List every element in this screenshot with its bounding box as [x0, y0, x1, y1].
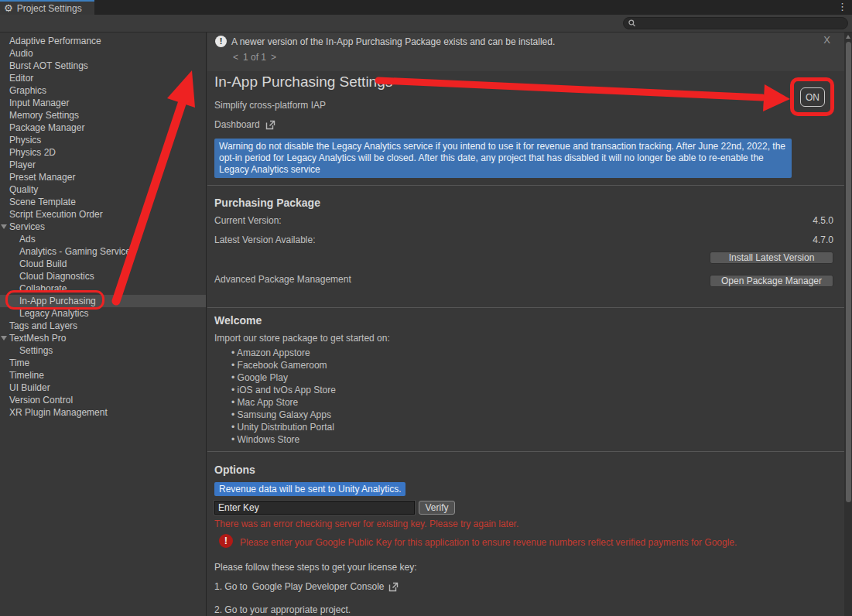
sidebar-item-tags-and-layers[interactable]: Tags and Layers: [0, 320, 206, 332]
key-error-text: There was an error checking server for e…: [214, 518, 518, 529]
google-key-warning: Please enter your Google Public Key for …: [240, 537, 836, 548]
banner-pager: < 1 of 1 >: [233, 52, 276, 63]
section-divider: [207, 307, 844, 308]
scrollbar-thumb[interactable]: [846, 42, 851, 502]
key-input[interactable]: [214, 501, 415, 515]
sidebar-item-label: XR Plugin Management: [9, 407, 108, 418]
title-bar: ⚙ Project Settings ⋮: [0, 0, 852, 15]
store-list-item: iOS and tvOs App Store: [231, 384, 336, 396]
sidebar-item-label: Adaptive Performance: [9, 36, 101, 46]
sidebar-item-adaptive-performance[interactable]: Adaptive Performance: [0, 35, 206, 47]
disclosure-triangle-icon[interactable]: [1, 224, 7, 229]
store-list-item: Unity Distribution Portal: [231, 421, 336, 433]
sidebar-item-player[interactable]: Player: [0, 159, 206, 171]
sidebar-item-time[interactable]: Time: [0, 357, 206, 369]
step-2: 2. Go to your appropriate project.: [214, 604, 351, 615]
update-banner: ! A newer version of the In-App Purchasi…: [207, 33, 844, 71]
sidebar-item-settings[interactable]: Settings: [0, 344, 206, 357]
settings-sidebar: Adaptive PerformanceAudioBurst AOT Setti…: [0, 33, 207, 616]
sidebar-item-label: TextMesh Pro: [9, 333, 66, 344]
sidebar-item-quality[interactable]: Quality: [0, 183, 206, 196]
kebab-menu-icon[interactable]: ⋮: [837, 1, 847, 12]
sidebar-item-cloud-diagnostics[interactable]: Cloud Diagnostics: [0, 270, 206, 282]
sidebar-item-in-app-purchasing[interactable]: In-App Purchasing: [0, 295, 206, 307]
external-link-icon: [388, 582, 399, 592]
sidebar-item-ui-builder[interactable]: UI Builder: [0, 382, 206, 394]
main-panel: ! A newer version of the In-App Purchasi…: [207, 33, 844, 616]
store-list-item: Mac App Store: [231, 396, 336, 409]
tab-title: Project Settings: [17, 3, 82, 14]
sidebar-item-collaborate[interactable]: Collaborate: [0, 282, 206, 295]
sidebar-item-label: Quality: [9, 184, 38, 195]
banner-message: A newer version of the In-App Purchasing…: [231, 36, 555, 47]
sidebar-item-services[interactable]: Services: [0, 221, 206, 233]
analytics-note: Revenue data will be sent to Unity Analy…: [214, 482, 405, 496]
banner-close-button[interactable]: X: [823, 34, 830, 46]
sidebar-item-script-execution-order[interactable]: Script Execution Order: [0, 208, 206, 221]
latest-version-label: Latest Version Available:: [214, 234, 316, 245]
sidebar-list: Adaptive PerformanceAudioBurst AOT Setti…: [0, 35, 206, 419]
sidebar-item-preset-manager[interactable]: Preset Manager: [0, 171, 206, 183]
search-box[interactable]: [623, 17, 848, 29]
store-list-item: Samsung Galaxy Apps: [231, 409, 336, 421]
sidebar-item-scene-template[interactable]: Scene Template: [0, 196, 206, 208]
sidebar-item-textmesh-pro[interactable]: TextMesh Pro: [0, 332, 206, 344]
sidebar-item-version-control[interactable]: Version Control: [0, 394, 206, 406]
step-1: 1. Go to Google Play Developer Console: [214, 581, 399, 592]
sidebar-item-legacy-analytics[interactable]: Legacy Analytics: [0, 307, 206, 320]
pager-next-button[interactable]: >: [271, 52, 276, 63]
sidebar-item-input-manager[interactable]: Input Manager: [0, 97, 206, 109]
tab-project-settings[interactable]: ⚙ Project Settings: [0, 0, 94, 15]
sidebar-item-label: Analytics - Gaming Services: [19, 246, 135, 257]
sidebar-item-label: Burst AOT Settings: [9, 60, 88, 71]
search-icon: [628, 19, 636, 27]
sidebar-item-physics[interactable]: Physics: [0, 134, 206, 146]
legacy-analytics-warning: Warning do not disable the Legacy Analyt…: [214, 139, 792, 178]
sidebar-item-label: Legacy Analytics: [19, 308, 88, 319]
sidebar-item-ads[interactable]: Ads: [0, 233, 206, 245]
pager-prev-button[interactable]: <: [233, 52, 238, 63]
welcome-heading: Welcome: [214, 314, 262, 327]
toolbar: [0, 15, 852, 33]
store-list-item: Google Play: [231, 371, 336, 384]
sidebar-item-audio[interactable]: Audio: [0, 47, 206, 60]
options-heading: Options: [214, 464, 255, 476]
sidebar-item-analytics-gaming-services[interactable]: Analytics - Gaming Services: [0, 245, 206, 258]
iap-on-toggle-button[interactable]: ON: [800, 87, 825, 107]
advanced-package-management-label: Advanced Package Management: [214, 274, 351, 285]
google-play-console-link[interactable]: Google Play Developer Console: [252, 581, 385, 592]
error-icon: !: [219, 534, 233, 548]
scroll-up-arrow-icon[interactable]: [846, 35, 850, 39]
search-input[interactable]: [639, 19, 843, 28]
iap-subtitle: Simplify cross-platform IAP: [214, 100, 326, 111]
sidebar-item-memory-settings[interactable]: Memory Settings: [0, 109, 206, 121]
verify-button[interactable]: Verify: [419, 501, 455, 515]
current-version-label: Current Version:: [214, 215, 282, 226]
store-list: Amazon AppstoreFacebook GameroomGoogle P…: [231, 347, 336, 446]
project-settings-window: ⚙ Project Settings ⋮ Adaptive Performanc…: [0, 0, 852, 616]
sidebar-item-label: Physics: [9, 135, 41, 145]
sidebar-item-label: Ads: [19, 234, 36, 245]
install-latest-version-button[interactable]: Install Latest Version: [710, 252, 833, 264]
sidebar-item-package-manager[interactable]: Package Manager: [0, 121, 206, 134]
open-package-manager-button[interactable]: Open Package Manager: [710, 275, 833, 287]
dashboard-link[interactable]: Dashboard: [214, 119, 275, 130]
sidebar-item-editor[interactable]: Editor: [0, 72, 206, 84]
sidebar-item-label: Memory Settings: [9, 110, 79, 121]
external-link-icon: [265, 120, 275, 130]
sidebar-item-graphics[interactable]: Graphics: [0, 84, 206, 97]
sidebar-item-physics-2d[interactable]: Physics 2D: [0, 146, 206, 159]
sidebar-item-timeline[interactable]: Timeline: [0, 369, 206, 382]
sidebar-item-label: Settings: [19, 345, 53, 356]
disclosure-triangle-icon[interactable]: [1, 336, 7, 341]
sidebar-item-xr-plugin-management[interactable]: XR Plugin Management: [0, 406, 206, 419]
welcome-intro: Import our store package to get started …: [214, 333, 390, 344]
sidebar-item-label: Tags and Layers: [9, 320, 77, 331]
latest-version-value: 4.7.0: [813, 234, 833, 245]
sidebar-item-label: In-App Purchasing: [19, 296, 96, 306]
sidebar-item-cloud-build[interactable]: Cloud Build: [0, 258, 206, 270]
sidebar-item-burst-aot-settings[interactable]: Burst AOT Settings: [0, 60, 206, 72]
sidebar-item-label: Scene Template: [9, 197, 76, 207]
store-list-item: Facebook Gameroom: [231, 359, 336, 371]
vertical-scrollbar[interactable]: [844, 33, 852, 616]
